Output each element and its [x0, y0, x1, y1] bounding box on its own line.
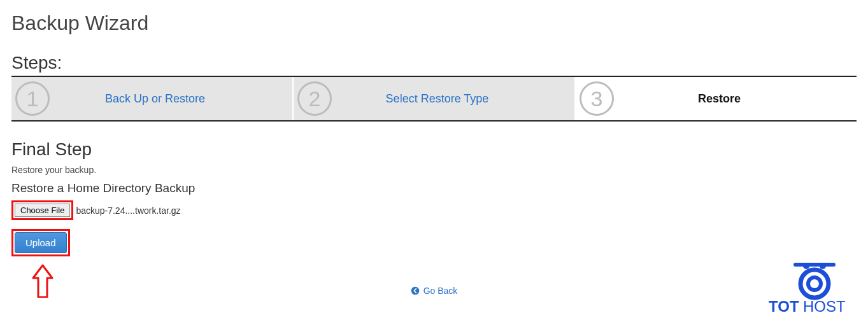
step-number-circle: 3: [580, 81, 614, 116]
go-back-row: Go Back: [11, 286, 857, 298]
selected-filename: backup-7.24....twork.tar.gz: [76, 205, 180, 216]
final-step-title: Final Step: [11, 139, 857, 160]
page-title: Backup Wizard: [11, 11, 857, 35]
steps-row: 1 Back Up or Restore 2 Select Restore Ty…: [11, 76, 857, 122]
annotation-highlight-box: Upload: [11, 229, 70, 256]
step-select-restore-type[interactable]: 2 Select Restore Type: [294, 77, 576, 120]
svg-point-2: [820, 263, 826, 269]
svg-point-3: [800, 270, 829, 298]
restore-heading: Restore a Home Directory Backup: [11, 181, 857, 195]
step-number-circle: 1: [15, 81, 50, 116]
step-label: Back Up or Restore: [50, 92, 292, 106]
arrow-up-icon: [32, 264, 53, 298]
steps-label: Steps:: [11, 53, 857, 73]
step-backup-restore[interactable]: 1 Back Up or Restore: [11, 77, 294, 120]
tothost-logo-icon: TOT HOST: [764, 260, 859, 298]
file-input-row: Choose File backup-7.24....twork.tar.gz: [11, 200, 857, 220]
svg-point-1: [803, 263, 809, 269]
svg-point-4: [808, 277, 821, 290]
step-label: Restore: [614, 92, 857, 106]
annotation-highlight-box: Choose File: [11, 200, 73, 220]
step-number-circle: 2: [297, 81, 332, 116]
choose-file-button[interactable]: Choose File: [15, 204, 70, 217]
step-label: Select Restore Type: [332, 92, 574, 106]
svg-point-0: [411, 287, 419, 295]
go-back-link[interactable]: Go Back: [411, 286, 458, 296]
step-restore[interactable]: 3 Restore: [576, 77, 857, 120]
brand-logo: TOT HOST: [764, 260, 859, 298]
arrow-left-circle-icon: [411, 286, 420, 295]
final-step-description: Restore your backup.: [11, 165, 857, 175]
upload-button[interactable]: Upload: [15, 232, 67, 253]
go-back-label: Go Back: [423, 286, 458, 296]
